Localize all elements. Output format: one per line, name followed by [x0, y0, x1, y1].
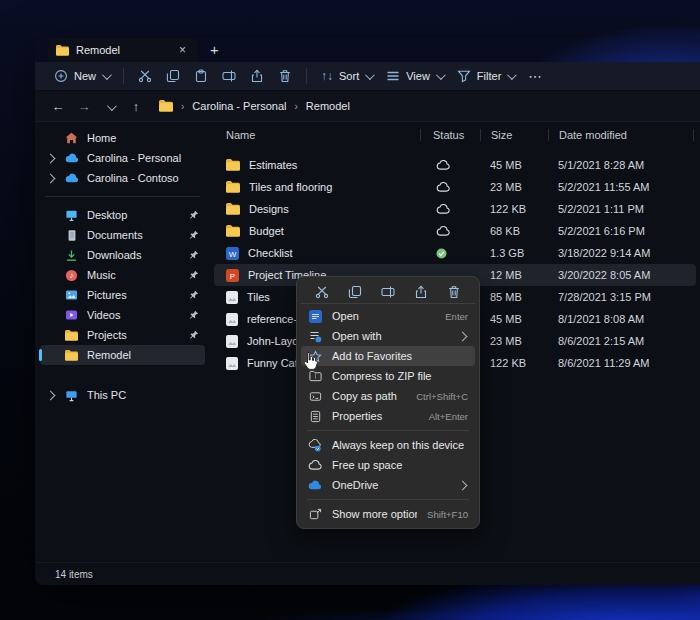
svg-text:W: W	[229, 249, 237, 258]
cloud-status-icon	[436, 182, 450, 192]
plus-circle-icon	[54, 69, 68, 83]
folder-icon	[226, 203, 240, 215]
toolbar-divider	[123, 68, 124, 84]
pin-icon	[189, 270, 199, 280]
pin-icon	[189, 250, 199, 260]
column-header-name[interactable]: Name	[210, 129, 420, 141]
image-file-icon	[226, 291, 238, 304]
tab-title: Remodel	[76, 44, 168, 56]
forward-button[interactable]: →	[71, 99, 97, 114]
folder-icon	[64, 330, 79, 341]
view-button[interactable]: View	[379, 64, 450, 88]
new-button[interactable]: New	[47, 64, 116, 88]
menu-item-free-up-space[interactable]: Free up space	[301, 455, 475, 475]
column-headers: Name Status Size Date modified	[210, 124, 700, 146]
breadcrumb-segment[interactable]: Carolina - Personal	[192, 100, 286, 112]
up-button[interactable]: ↑	[123, 99, 149, 114]
delete-icon[interactable]	[447, 285, 461, 299]
chevron-right-icon[interactable]	[45, 153, 55, 163]
sidebar-item-documents[interactable]: Documents	[40, 225, 205, 245]
recent-locations-button[interactable]	[97, 99, 123, 114]
share-button[interactable]	[243, 64, 271, 88]
sidebar-item-remodel[interactable]: Remodel	[40, 345, 205, 365]
sidebar-item-carolina-personal[interactable]: Carolina - Personal	[40, 148, 205, 168]
context-menu: Open Enter Open with Add to Favorites Co…	[296, 276, 480, 529]
sidebar-item-videos[interactable]: Videos	[40, 305, 205, 325]
breadcrumb-segment[interactable]: Remodel	[306, 100, 350, 112]
folder-icon	[64, 350, 79, 361]
copy-icon	[166, 69, 180, 83]
cloud-status-icon	[436, 226, 450, 236]
sort-button[interactable]: ↑↓ Sort	[314, 64, 379, 88]
this-pc-icon	[64, 389, 79, 402]
menu-divider	[307, 499, 469, 500]
copy-button[interactable]	[159, 64, 187, 88]
paste-button[interactable]	[187, 64, 215, 88]
sort-arrows-icon: ↑↓	[321, 69, 333, 83]
share-icon[interactable]	[414, 285, 428, 299]
menu-item-copy-as-path[interactable]: Copy as path Ctrl+Shift+C	[301, 386, 475, 406]
table-row[interactable]: Tiles and flooring 23 MB 5/2/2021 11:55 …	[214, 176, 696, 198]
copy-icon[interactable]	[348, 285, 362, 299]
folder-icon	[226, 181, 240, 193]
sidebar-item-desktop[interactable]: Desktop	[40, 205, 205, 225]
tab-remodel[interactable]: Remodel ×	[48, 38, 198, 62]
pin-icon	[189, 290, 199, 300]
command-toolbar: New ↑↓ Sort View Filter ⋯	[35, 62, 700, 91]
cloud-status-icon	[436, 160, 450, 170]
chevron-down-icon	[102, 70, 112, 80]
cut-icon[interactable]	[315, 285, 329, 299]
rename-button[interactable]	[215, 64, 243, 88]
cut-icon	[138, 69, 152, 83]
onedrive-icon	[308, 480, 322, 490]
chevron-right-icon[interactable]	[45, 390, 55, 400]
sidebar-item-carolina-contoso[interactable]: Carolina - Contoso	[40, 168, 205, 188]
cloud-free-icon	[308, 460, 322, 470]
sidebar-item-home[interactable]: Home	[40, 128, 205, 148]
pictures-icon	[64, 289, 79, 301]
menu-item-properties[interactable]: Properties Alt+Enter	[301, 406, 475, 426]
close-tab-icon[interactable]: ×	[175, 43, 190, 57]
delete-icon	[278, 69, 292, 83]
new-tab-button[interactable]: +	[210, 42, 219, 57]
cloud-icon	[64, 153, 79, 163]
open-with-icon	[308, 330, 322, 343]
sidebar-item-pictures[interactable]: Pictures	[40, 285, 205, 305]
cut-button[interactable]	[131, 64, 159, 88]
menu-item-compress-to-zip[interactable]: Compress to ZIP file	[301, 366, 475, 386]
column-header-size[interactable]: Size	[480, 129, 548, 141]
menu-divider	[307, 430, 469, 431]
submenu-chevron-icon	[458, 332, 468, 342]
sidebar-item-downloads[interactable]: Downloads	[40, 245, 205, 265]
column-header-date-modified[interactable]: Date modified	[548, 129, 694, 141]
menu-item-always-keep-on-device[interactable]: Always keep on this device	[301, 435, 475, 455]
rename-icon[interactable]	[381, 285, 395, 299]
sidebar-item-music[interactable]: ♪ Music	[40, 265, 205, 285]
menu-item-open-with[interactable]: Open with	[301, 326, 475, 346]
delete-button[interactable]	[271, 64, 299, 88]
menu-item-onedrive[interactable]: OneDrive	[301, 475, 475, 495]
sidebar-item-this-pc[interactable]: This PC	[40, 385, 205, 405]
sidebar-item-projects[interactable]: Projects	[40, 325, 205, 345]
folder-icon	[226, 159, 240, 171]
pin-icon	[189, 230, 199, 240]
back-button[interactable]: ←	[45, 99, 71, 114]
menu-item-add-to-favorites[interactable]: Add to Favorites	[301, 346, 475, 366]
breadcrumb-separator: ›	[181, 101, 184, 112]
chevron-right-icon[interactable]	[45, 173, 55, 183]
items-count: 14 items	[55, 569, 93, 580]
menu-item-open[interactable]: Open Enter	[301, 306, 475, 326]
table-row[interactable]: WChecklist 1.3 GB 3/18/2022 9:14 AM	[214, 242, 696, 264]
copy-path-icon	[308, 390, 322, 403]
filter-button[interactable]: Filter	[450, 64, 521, 88]
more-options-icon	[308, 508, 322, 521]
table-row[interactable]: Estimates 45 MB 5/1/2021 8:28 AM	[214, 154, 696, 176]
table-row[interactable]: Budget 68 KB 5/2/2021 6:16 PM	[214, 220, 696, 242]
sidebar-divider	[45, 196, 200, 197]
menu-item-show-more-options[interactable]: Show more options Shift+F10	[301, 504, 475, 524]
image-file-icon	[226, 357, 238, 370]
see-more-button[interactable]: ⋯	[521, 64, 550, 88]
table-row[interactable]: Designs 122 KB 5/2/2021 1:11 PM	[214, 198, 696, 220]
column-header-status[interactable]: Status	[420, 129, 480, 141]
desktop: { "tab_bar": { "tab_title": "Remodel", "…	[0, 0, 700, 620]
